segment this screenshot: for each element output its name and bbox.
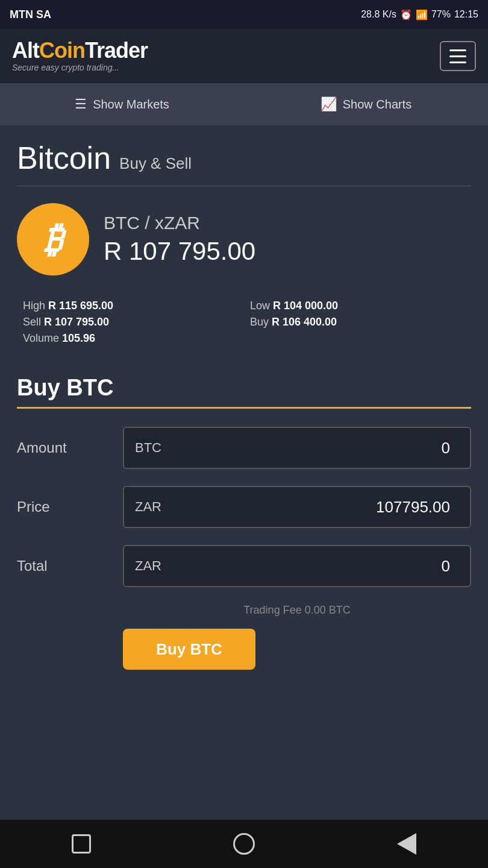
- coin-pair: BTC / xZAR: [104, 213, 255, 233]
- time-text: 12:15: [454, 9, 478, 20]
- total-input[interactable]: [263, 547, 459, 585]
- logo-text: AltCoinTrader: [12, 40, 148, 61]
- logo-tagline: Secure easy crypto trading...: [12, 63, 148, 72]
- show-charts-button[interactable]: 📈 Show Charts: [244, 83, 488, 125]
- status-bar: MTN SA 28.8 K/s ⏰ 📶 77% 12:15: [0, 0, 488, 29]
- hamburger-menu-button[interactable]: [440, 41, 476, 71]
- coin-details: BTC / xZAR R 107 795.00: [104, 213, 255, 266]
- total-label: Total: [17, 558, 113, 574]
- speed-text: 28.8 K/s: [361, 9, 396, 20]
- trading-fee: Trading Fee 0.00 BTC: [17, 604, 471, 617]
- show-charts-label: Show Charts: [343, 98, 412, 112]
- back-button[interactable]: [69, 832, 93, 856]
- stat-buy: Buy R 106 400.00: [250, 316, 465, 329]
- clock-icon: ⏰: [400, 9, 412, 20]
- page-title-area: Bitcoin Buy & Sell: [17, 140, 471, 176]
- stat-sell-value: R 107 795.00: [44, 316, 109, 328]
- show-markets-label: Show Markets: [93, 98, 169, 112]
- bottom-nav: [0, 820, 488, 868]
- page-title-sub: Buy & Sell: [119, 154, 192, 173]
- status-right: 28.8 K/s ⏰ 📶 77% 12:15: [361, 9, 478, 20]
- hamburger-line-1: [449, 49, 466, 51]
- app-header: AltCoinTrader Secure easy crypto trading…: [0, 29, 488, 83]
- stat-volume-label: Volume: [23, 332, 62, 344]
- amount-field[interactable]: BTC: [123, 427, 471, 469]
- carrier-text: MTN SA: [10, 8, 51, 21]
- bitcoin-logo: ₿: [17, 203, 89, 275]
- home-button[interactable]: [232, 832, 256, 856]
- hamburger-line-2: [449, 55, 466, 57]
- stat-volume-value: 105.96: [62, 332, 95, 344]
- wifi-icon: 📶: [416, 9, 428, 20]
- stat-sell: Sell R 107 795.00: [23, 316, 238, 329]
- price-label: Price: [17, 498, 113, 515]
- amount-input[interactable]: [263, 429, 459, 467]
- show-markets-button[interactable]: ☰ Show Markets: [0, 83, 244, 125]
- total-row: Total ZAR: [17, 545, 471, 587]
- stat-buy-value: R 106 400.00: [272, 316, 337, 328]
- stat-high: High R 115 695.00: [23, 300, 238, 312]
- nav-bar: ☰ Show Markets 📈 Show Charts: [0, 83, 488, 125]
- markets-icon: ☰: [75, 96, 87, 112]
- triangle-icon: [397, 833, 416, 855]
- buy-section-title: Buy BTC: [17, 375, 471, 401]
- stat-low: Low R 104 000.00: [250, 300, 465, 312]
- stat-volume: Volume 105.96: [23, 332, 238, 345]
- circle-icon: [233, 833, 255, 855]
- amount-currency: BTC: [135, 440, 263, 456]
- total-currency: ZAR: [135, 558, 263, 574]
- price-input[interactable]: [263, 488, 459, 526]
- amount-row: Amount BTC: [17, 427, 471, 469]
- coin-price: R 107 795.00: [104, 237, 255, 266]
- stat-sell-label: Sell: [23, 316, 44, 328]
- section-divider: [17, 407, 471, 409]
- total-field[interactable]: ZAR: [123, 545, 471, 587]
- coin-info: ₿ BTC / xZAR R 107 795.00: [17, 203, 471, 275]
- logo: AltCoinTrader Secure easy crypto trading…: [12, 40, 148, 72]
- recent-apps-button[interactable]: [395, 832, 419, 856]
- amount-label: Amount: [17, 439, 113, 456]
- stat-high-label: High: [23, 300, 48, 312]
- title-divider: [17, 186, 471, 186]
- price-field[interactable]: ZAR: [123, 486, 471, 528]
- price-row: Price ZAR: [17, 486, 471, 528]
- main-content: Bitcoin Buy & Sell ₿ BTC / xZAR R 107 79…: [0, 125, 488, 820]
- stats-grid: High R 115 695.00 Low R 104 000.00 Sell …: [17, 294, 471, 351]
- charts-icon: 📈: [321, 96, 337, 112]
- stat-buy-label: Buy: [250, 316, 272, 328]
- square-icon: [72, 834, 91, 854]
- hamburger-line-3: [449, 61, 466, 63]
- stat-low-value: R 104 000.00: [273, 300, 338, 312]
- btc-symbol-icon: ₿: [44, 219, 62, 260]
- buy-btc-button[interactable]: Buy BTC: [123, 629, 255, 670]
- page-title-main: Bitcoin: [17, 140, 111, 176]
- stat-low-label: Low: [250, 300, 273, 312]
- stat-high-value: R 115 695.00: [48, 300, 113, 312]
- price-currency: ZAR: [135, 499, 263, 515]
- battery-text: 77%: [431, 9, 451, 20]
